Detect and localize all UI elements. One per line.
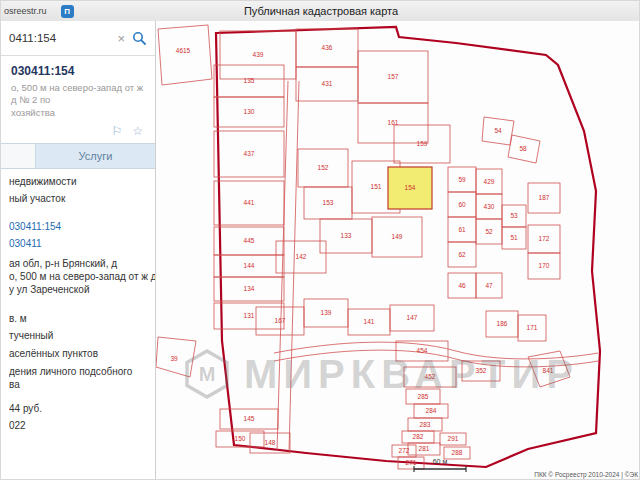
object-link[interactable]: 030411 [9, 237, 155, 250]
parcel-number-label: 147 [407, 314, 418, 321]
parcel-number-label: 429 [484, 178, 495, 185]
tab-information[interactable] [1, 144, 36, 168]
parcel-number-label: 445 [244, 237, 255, 244]
parcel-number-label: 39 [170, 355, 178, 362]
parcel-number-label: 61 [458, 226, 466, 233]
parcel-number-label: 454 [417, 347, 428, 354]
parcel-number-label: 159 [417, 140, 428, 147]
app-window: osreestr.ru П Публичная кадастровая карт… [0, 0, 640, 480]
parcel-number-label: 288 [452, 449, 463, 456]
parcel-number-label: 271 [406, 459, 417, 466]
parcel-number-label: 149 [392, 233, 403, 240]
parcel-number-label: 60 [458, 201, 466, 208]
parcel-number-label: 150 [235, 435, 246, 442]
parcel-number-label: 285 [418, 393, 429, 400]
parcel-number-label: 135 [244, 77, 255, 84]
parcel-number-label: 152 [318, 164, 329, 171]
search-input[interactable]: 0411:154 [9, 32, 113, 44]
search-icon[interactable] [132, 31, 147, 46]
info-row: ный участок [9, 192, 155, 205]
parcel-number-label: 46 [458, 282, 466, 289]
parcel-number-label: 134 [244, 285, 255, 292]
parcel-number-label: 131 [244, 312, 255, 319]
search-bar[interactable]: 0411:154 × [1, 21, 155, 56]
parcel-number-label: 130 [244, 108, 255, 115]
parcel-number-label: 142 [296, 253, 307, 260]
parcel-number-label: 154 [405, 184, 416, 191]
sidebar-tabs: Услуги [1, 143, 155, 169]
info-row: тученный [9, 329, 155, 342]
parcel-number-label: 58 [519, 145, 527, 152]
parcel-number-label: 272 [399, 447, 410, 454]
info-row: аселённых пунктов [9, 347, 155, 360]
info-row: дения личного подсобного [9, 365, 155, 378]
scale-bar-label: 60 м [433, 458, 448, 465]
parcel-number-label: 54 [494, 127, 502, 134]
parcel-number-label: 4615 [176, 47, 191, 54]
parcel-number-label: 47 [485, 282, 493, 289]
parcel-number-label: 139 [321, 309, 332, 316]
parcel-number-label: 153 [323, 199, 334, 206]
info-row: ва [9, 378, 155, 391]
parcel-number-label: 172 [539, 235, 550, 242]
parcel-number-label: 281 [419, 445, 430, 452]
road-line [289, 81, 299, 451]
parcel-number-label: 437 [244, 150, 255, 157]
parcel-number-label: 430 [484, 203, 495, 210]
info-row: недвижимости [9, 175, 155, 188]
parcel-number-label: 144 [244, 262, 255, 269]
parcel-number-label: 186 [497, 320, 508, 327]
parcel-number-label: 436 [322, 44, 333, 51]
parcel-number-label: 133 [341, 232, 352, 239]
parcel-number-label: 59 [458, 176, 466, 183]
object-info-list: недвижимостиный участок030411:154030411а… [1, 175, 155, 432]
object-actions: ⚐ ☆ [1, 121, 155, 139]
parcel-number-label: 841 [543, 367, 554, 374]
object-subtitle: о, 500 м на северо-запад от ж д № 2 по [11, 82, 145, 107]
object-link[interactable]: 030411:154 [9, 220, 155, 233]
map-container: 4615439436431157161159545813513043744144… [156, 21, 640, 480]
clear-search-icon[interactable]: × [117, 31, 125, 46]
parcel-number-label: 157 [388, 73, 399, 80]
parcel[interactable] [158, 25, 212, 85]
parcel-number-label: 51 [510, 234, 518, 241]
parcel-number-label: 141 [364, 318, 375, 325]
parcel-number-label: 439 [253, 51, 264, 58]
object-subtitle: хозяйства [11, 107, 145, 119]
tab-services[interactable]: Услуги [36, 144, 155, 168]
page-title: Публичная кадастровая карта [1, 5, 640, 17]
parcel-number-label: 53 [510, 212, 518, 219]
info-row: у ул Зареченской [9, 283, 155, 296]
parcel-number-label: 145 [244, 415, 255, 422]
parcel-number-label: 151 [371, 183, 382, 190]
parcel-number-label: 171 [527, 324, 538, 331]
sidebar: 0411:154 × 030411:154 о, 500 м на северо… [1, 21, 156, 480]
map-canvas[interactable]: 4615439436431157161159545813513043744144… [156, 21, 640, 480]
parcel-number-label: 148 [265, 439, 276, 446]
info-row: 022 [9, 419, 155, 432]
info-row: ая обл, р-н Брянский, д [9, 257, 155, 270]
info-row: 44 руб. [9, 402, 155, 415]
cadastral-block-boundary [216, 27, 600, 467]
info-row: о, 500 м на северо-запад от ж д [9, 270, 155, 283]
parcel-number-label: 291 [448, 435, 459, 442]
parcel-number-label: 167 [275, 317, 286, 324]
object-title: 030411:154 [11, 64, 145, 78]
parcel-number-label: 441 [244, 199, 255, 206]
parcel-number-label: 187 [539, 194, 550, 201]
parcel-number-label: 62 [458, 251, 466, 258]
parcel-number-label: 170 [539, 262, 550, 269]
object-header: 030411:154 о, 500 м на северо-запад от ж… [1, 56, 155, 121]
road-line [277, 81, 288, 451]
parcel-number-label: 283 [420, 421, 431, 428]
parcel-number-label: 452 [425, 373, 436, 380]
star-icon[interactable]: ☆ [132, 125, 143, 137]
parcel-number-label: 52 [485, 228, 493, 235]
parcel-number-label: 282 [413, 433, 424, 440]
info-row: в. м [9, 312, 155, 325]
parcel-number-label: 352 [476, 367, 487, 374]
road-line [274, 342, 598, 359]
browser-topbar: osreestr.ru П Публичная кадастровая карт… [1, 1, 640, 22]
flag-icon[interactable]: ⚐ [111, 125, 122, 137]
parcel-number-label: 284 [426, 407, 437, 414]
